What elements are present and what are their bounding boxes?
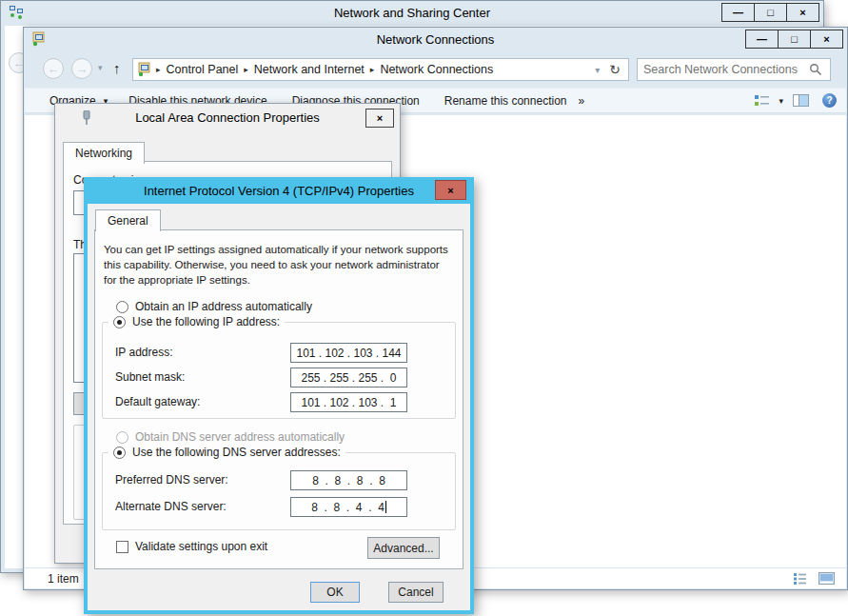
nc-titlebar: Network Connections — □ × xyxy=(24,28,847,51)
nsc-close-icon[interactable]: × xyxy=(786,3,819,22)
subnet-mask-label: Subnet mask: xyxy=(115,370,185,384)
preferred-dns-label: Preferred DNS server: xyxy=(115,473,228,487)
nc-title: Network Connections xyxy=(377,32,495,47)
tcp-titlebar: Internet Protocol Version 4 (TCP/IPv4) P… xyxy=(88,177,470,204)
validate-checkbox-box[interactable] xyxy=(116,541,128,553)
ip-address-field[interactable]: 101 . 102 . 103 . 144 xyxy=(290,343,407,363)
nc-close-icon[interactable]: × xyxy=(810,30,843,49)
lac-titlebar: Local Area Connection Properties × xyxy=(55,104,400,130)
validate-settings-checkbox[interactable]: Validate settings upon exit xyxy=(116,540,267,553)
radio-use-dns-label: Use the following DNS server addresses: xyxy=(132,446,341,459)
ip-address-label: IP address: xyxy=(115,346,172,359)
search-box[interactable] xyxy=(637,58,831,81)
preferred-dns-field[interactable]: 8 . 8 . 8 . 8 xyxy=(290,470,407,490)
address-bar[interactable]: ▸ Control Panel ▸ Network and Internet ▸… xyxy=(132,58,629,81)
tab-networking[interactable]: Networking xyxy=(63,142,145,164)
recent-pages-dropdown-icon[interactable]: ▾ xyxy=(98,63,103,72)
network-sharing-center-icon xyxy=(9,5,24,20)
address-location-icon xyxy=(137,62,152,77)
breadcrumb-separator-icon: ▸ xyxy=(154,65,163,74)
radio-obtain-ip-circle[interactable] xyxy=(116,301,128,313)
validate-checkbox-label: Validate settings upon exit xyxy=(135,540,267,553)
radio-obtain-dns-label: Obtain DNS server address automatically xyxy=(135,430,345,444)
nc-minimize-icon[interactable]: — xyxy=(745,30,779,49)
help-icon[interactable]: ? xyxy=(822,93,837,108)
cancel-button[interactable]: Cancel xyxy=(388,582,444,603)
nc-maximize-icon[interactable]: □ xyxy=(778,30,811,49)
view-dropdown-icon[interactable]: ▾ xyxy=(769,96,793,106)
tcp-tab-page: You can get IP settings assigned automat… xyxy=(94,229,463,569)
ok-button[interactable]: OK xyxy=(310,582,360,603)
search-input[interactable] xyxy=(638,63,809,76)
text-caret xyxy=(385,501,386,513)
address-dropdown-icon[interactable]: ▾ xyxy=(587,65,607,75)
alternate-dns-field[interactable]: 8 . 8 . 4 . 4 xyxy=(290,497,407,517)
details-view-icon[interactable] xyxy=(793,572,807,585)
radio-use-ip[interactable]: Use the following IP address: xyxy=(108,315,285,328)
dialog-ipv4-properties: Internet Protocol Version 4 (TCP/IPv4) P… xyxy=(84,177,474,614)
nsc-titlebar: Network and Sharing Center — □ × xyxy=(1,1,823,25)
radio-obtain-ip[interactable]: Obtain an IP address automatically xyxy=(116,300,312,313)
back-icon[interactable]: ← xyxy=(43,58,64,79)
nc-address-band: ← → ▾ ↑ ▸ Control Panel ▸ Network and In… xyxy=(24,51,847,88)
alternate-dns-label: Alternate DNS server: xyxy=(115,500,227,513)
radio-use-ip-label: Use the following IP address: xyxy=(132,315,280,328)
advanced-button[interactable]: Advanced... xyxy=(367,537,440,559)
connection-plug-icon xyxy=(82,110,91,125)
breadcrumb-separator-icon: ▸ xyxy=(368,65,377,74)
nsc-maximize-icon[interactable]: □ xyxy=(754,3,787,22)
radio-obtain-dns[interactable]: Obtain DNS server address automatically xyxy=(116,430,345,444)
forward-icon[interactable]: → xyxy=(71,58,92,79)
tcp-title: Internet Protocol Version 4 (TCP/IPv4) P… xyxy=(144,184,414,198)
use-dns-groupbox: Use the following DNS server addresses: … xyxy=(102,452,456,530)
radio-use-dns[interactable]: Use the following DNS server addresses: xyxy=(108,446,345,459)
subnet-mask-field[interactable]: 255 . 255 . 255 . 0 xyxy=(290,368,407,387)
breadcrumb-separator-icon: ▸ xyxy=(242,65,250,74)
breadcrumb-network-connections[interactable]: Network Connections xyxy=(376,63,497,76)
refresh-icon[interactable]: ↻ xyxy=(607,62,628,77)
network-connections-icon xyxy=(31,31,47,47)
ip-settings-description: You can get IP settings assigned automat… xyxy=(104,242,448,288)
tab-general[interactable]: General xyxy=(95,209,161,231)
search-icon[interactable] xyxy=(809,63,822,76)
use-ip-groupbox: Use the following IP address: IP address… xyxy=(102,322,456,419)
items-count: 1 item xyxy=(48,572,79,586)
preview-pane-icon[interactable] xyxy=(793,94,809,107)
more-commands-chevron[interactable]: » xyxy=(578,94,584,108)
nsc-minimize-icon[interactable]: — xyxy=(721,3,755,22)
breadcrumb-network-and-internet[interactable]: Network and Internet xyxy=(250,63,368,76)
radio-use-ip-circle[interactable] xyxy=(113,316,126,328)
up-icon[interactable]: ↑ xyxy=(113,60,121,76)
lac-close-icon[interactable]: × xyxy=(365,109,394,128)
radio-obtain-ip-label: Obtain an IP address automatically xyxy=(135,300,312,313)
tcp-close-icon[interactable]: × xyxy=(435,180,466,200)
default-gateway-field[interactable]: 101 . 102 . 103 . 1 xyxy=(290,392,407,412)
change-view-icon[interactable] xyxy=(755,94,769,108)
radio-obtain-dns-circle[interactable] xyxy=(116,431,128,444)
tcp-body: General You can get IP settings assigned… xyxy=(88,204,470,610)
nsc-title: Network and Sharing Center xyxy=(334,6,490,20)
large-icons-view-icon[interactable] xyxy=(818,572,835,585)
breadcrumb-control-panel[interactable]: Control Panel xyxy=(163,63,243,76)
default-gateway-label: Default gateway: xyxy=(115,395,200,408)
rename-connection-button[interactable]: Rename this connection xyxy=(444,94,567,108)
radio-use-dns-circle[interactable] xyxy=(113,447,126,459)
lac-title: Local Area Connection Properties xyxy=(135,110,320,125)
